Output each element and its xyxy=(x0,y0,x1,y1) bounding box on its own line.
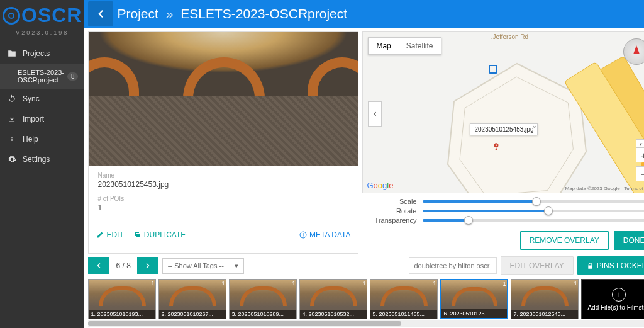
svg-point-5 xyxy=(496,145,497,146)
breadcrumb-name: ESLETS-2023-OSCRproject xyxy=(180,6,347,21)
pin-icon xyxy=(492,142,501,151)
edit-label: EDIT xyxy=(106,230,123,239)
chevron-left-icon xyxy=(95,8,106,20)
pager-position: 6 / 8 xyxy=(113,261,133,270)
zoom-out-button[interactable]: − xyxy=(636,166,644,181)
pager-prev[interactable] xyxy=(88,257,109,274)
nav-project-badge: 8 xyxy=(67,72,79,81)
thumb-caption: 2. 2023051010267... xyxy=(159,310,226,319)
caret-down-icon: ▾ xyxy=(235,262,238,270)
map-canvas[interactable]: Map Satellite .Jefferson Rd xyxy=(362,31,644,193)
pin-tooltip-text: 20230510125453.jpg xyxy=(474,126,533,133)
thumb-5[interactable]: 15. 2023051011465... xyxy=(370,279,438,319)
chevron-right-icon xyxy=(144,262,152,269)
thumb-count: 1 xyxy=(433,280,436,286)
nav-active-project[interactable]: ESLETS-2023-OSCRproject 8 xyxy=(0,64,84,89)
thumb-7[interactable]: 17. 2023051012545... xyxy=(511,279,579,319)
thumb-1[interactable]: 11. 2023051010193... xyxy=(88,279,156,319)
thumb-6[interactable]: 16. 20230510125... xyxy=(440,279,508,319)
content: Name 20230510125453.jpg # of POIs 1 EDIT… xyxy=(84,28,644,254)
sync-icon xyxy=(8,94,16,103)
duplicate-button[interactable]: DUPLICATE xyxy=(134,230,186,239)
image-actions: EDIT DUPLICATE META DATA xyxy=(89,225,358,244)
metadata-label: META DATA xyxy=(309,230,350,239)
download-icon xyxy=(8,115,16,123)
map-attribution: Map data ©2023 Google Terms of Use xyxy=(565,186,645,191)
copy-icon xyxy=(134,231,142,239)
gear-icon xyxy=(8,155,16,164)
nav-sync-label: Sync xyxy=(23,94,40,103)
rotate-slider[interactable] xyxy=(423,210,644,212)
zoom-in-button[interactable]: + xyxy=(636,147,644,162)
edit-overlay-button[interactable]: EDIT OVERLAY xyxy=(501,256,574,275)
thumb-count: 1 xyxy=(151,280,154,286)
tab-map[interactable]: Map xyxy=(369,38,398,54)
duplicate-label: DUPLICATE xyxy=(144,230,186,239)
location-input[interactable] xyxy=(409,257,497,274)
thumb-4[interactable]: 14. 2023051010532... xyxy=(299,279,367,319)
overlay-sliders: Scale Rotate Transparency xyxy=(362,193,644,227)
thumb-3[interactable]: 13. 2023051010289... xyxy=(229,279,297,319)
nav-settings[interactable]: Settings xyxy=(0,149,84,169)
thumb-caption: 4. 2023051010532... xyxy=(300,310,367,319)
breadcrumb-sep: » xyxy=(166,6,174,21)
scale-label: Scale xyxy=(369,198,416,205)
overlay-actions: REMOVE OVERLAY DONE xyxy=(362,227,644,254)
chevron-left-icon xyxy=(372,111,378,117)
add-files-button[interactable]: + Add File(s) to Filmstrip xyxy=(581,279,644,319)
thumb-count: 1 xyxy=(221,280,225,286)
edit-button[interactable]: EDIT xyxy=(96,230,123,239)
breadcrumb: Project » ESLETS-2023-OSCRproject xyxy=(117,6,347,21)
nav-import[interactable]: Import xyxy=(0,109,84,129)
map-attr-text: Map data ©2023 Google xyxy=(565,186,620,191)
pin-tooltip: 20230510125453.jpg × xyxy=(470,123,538,135)
map-panel: Map Satellite .Jefferson Rd xyxy=(362,31,644,254)
compass-needle-icon xyxy=(633,45,640,54)
pager-next[interactable] xyxy=(137,257,158,274)
map-collapse-button[interactable] xyxy=(368,101,382,127)
thumb-count: 1 xyxy=(362,280,365,286)
pano-viewer[interactable] xyxy=(89,32,358,166)
tab-satellite[interactable]: Satellite xyxy=(399,38,441,54)
nav-projects[interactable]: Projects xyxy=(0,43,84,64)
filmstrip: 11. 2023051010193... 12. 2023051010267..… xyxy=(88,279,644,319)
tag-select[interactable]: -- Show All Tags --▾ xyxy=(162,258,244,274)
thumb-caption: 7. 2023051012545... xyxy=(511,310,578,319)
folder-icon xyxy=(8,49,16,58)
done-button[interactable]: DONE xyxy=(614,231,644,250)
image-meta: Name 20230510125453.jpg # of POIs 1 xyxy=(89,166,358,225)
nav-sync[interactable]: Sync xyxy=(0,89,84,109)
filmstrip-scrollbar[interactable] xyxy=(88,320,644,327)
logo-block: OSCR V2023.0.198 xyxy=(0,0,84,37)
thumb-2[interactable]: 12. 2023051010267... xyxy=(158,279,226,319)
right-controls: EDIT OVERLAY PINS LOCKED xyxy=(409,256,645,275)
tag-select-value: -- Show All Tags -- xyxy=(168,262,224,269)
thumb-caption: 3. 2023051010289... xyxy=(230,310,296,319)
info-icon xyxy=(8,135,16,144)
version-label: V2023.0.198 xyxy=(3,30,82,36)
pin-tooltip-close[interactable]: × xyxy=(533,124,536,130)
transparency-slider[interactable] xyxy=(423,219,644,222)
nav-settings-label: Settings xyxy=(23,155,50,164)
remove-overlay-button[interactable]: REMOVE OVERLAY xyxy=(520,231,609,250)
logo-text: OSCR xyxy=(21,4,82,27)
plus-circle-icon: + xyxy=(612,288,626,302)
metadata-button[interactable]: META DATA xyxy=(299,230,350,239)
overlay-toggle-icon[interactable] xyxy=(489,65,497,74)
add-files-label: Add File(s) to Filmstrip xyxy=(587,304,644,311)
app-logo: OSCR xyxy=(3,4,82,27)
thumb-caption: 5. 2023051011465... xyxy=(370,310,437,319)
compass[interactable] xyxy=(623,38,644,65)
lock-icon xyxy=(587,263,594,269)
road-label: .Jefferson Rd xyxy=(491,33,528,40)
pencil-icon xyxy=(96,231,104,239)
pins-locked-button[interactable]: PINS LOCKED xyxy=(577,256,644,275)
nav-help[interactable]: Help xyxy=(0,129,84,149)
map-pin[interactable] xyxy=(492,142,501,151)
image-name: 20230510125453.jpg xyxy=(97,180,349,189)
back-button[interactable] xyxy=(88,1,113,26)
map-terms[interactable]: Terms of Use xyxy=(624,186,644,191)
breadcrumb-root[interactable]: Project xyxy=(117,6,158,21)
scale-slider[interactable] xyxy=(423,200,644,203)
sidebar: OSCR V2023.0.198 Projects ESLETS-2023-OS… xyxy=(0,0,84,328)
